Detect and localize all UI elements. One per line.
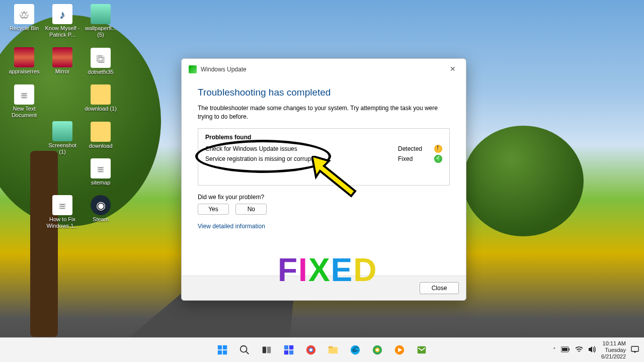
icon-label: appraiserres	[6, 68, 42, 75]
search-icon[interactable]	[235, 340, 254, 359]
problem-status: Fixed	[398, 155, 434, 162]
svg-rect-11	[284, 350, 288, 354]
desktop-icon[interactable]: download	[83, 122, 119, 149]
widgets-icon[interactable]	[279, 340, 298, 359]
dialog-heading: Troubleshooting has completed	[198, 87, 450, 98]
file-icon: ◉	[91, 195, 111, 215]
dialog-footer: Close	[182, 276, 466, 300]
fix-question: Did we fix your problem?	[198, 194, 450, 201]
svg-point-5	[240, 346, 247, 352]
desktop-icon[interactable]: ◉Steam	[83, 195, 119, 223]
svg-rect-7	[263, 347, 266, 353]
task-view-icon[interactable]	[257, 340, 276, 359]
close-icon[interactable]: ✕	[444, 63, 462, 75]
window-title: Windows Update	[201, 66, 247, 73]
start-button[interactable]	[213, 340, 232, 359]
svg-rect-16	[329, 347, 338, 354]
file-icon	[52, 47, 72, 67]
desktop-icon[interactable]: wallpaperfl... (5)	[83, 4, 119, 38]
chrome-canary-icon[interactable]	[368, 340, 387, 359]
svg-rect-1	[218, 345, 222, 349]
desktop-icon[interactable]: appraiserres	[6, 47, 42, 75]
svg-rect-27	[562, 348, 568, 351]
pinned-app-icon[interactable]	[412, 340, 431, 359]
desktop-icons: ♻Recycle Bin♪Know Myself - Patrick P...w…	[5, 4, 121, 238]
file-icon	[91, 84, 111, 105]
svg-point-21	[376, 348, 379, 351]
svg-marker-28	[589, 346, 592, 352]
dialog-body: Troubleshooting has completed The troubl…	[182, 77, 466, 276]
desktop-icon[interactable]: ≡New Text Document	[6, 84, 42, 119]
file-icon: ♻	[14, 4, 34, 24]
icon-label: wallpaperfl... (5)	[83, 25, 119, 38]
taskbar-clock[interactable]: 10:11 AM Tuesday 6/21/2022	[601, 340, 626, 360]
edge-icon[interactable]	[346, 340, 365, 359]
desktop-icon[interactable]: ⧉dotnetfx35	[83, 48, 119, 75]
icon-label: Steam	[83, 216, 119, 223]
file-icon: ≡	[52, 195, 72, 215]
file-icon	[91, 122, 111, 142]
desktop-icon[interactable]: ♪Know Myself - Patrick P...	[44, 4, 80, 38]
icon-label: Know Myself - Patrick P...	[44, 25, 80, 38]
svg-rect-26	[569, 348, 570, 350]
warning-icon	[434, 145, 442, 153]
file-icon: ♪	[52, 4, 72, 24]
svg-rect-12	[289, 350, 293, 354]
view-detailed-link[interactable]: View detailed information	[198, 223, 265, 230]
problems-box: Problems found Check for Windows Update …	[198, 128, 450, 186]
tray-time: 10:11 AM	[601, 340, 626, 347]
desktop[interactable]: ♻Recycle Bin♪Know Myself - Patrick P...w…	[0, 0, 644, 362]
problem-label: Check for Windows Update issues	[205, 145, 398, 152]
desktop-icon[interactable]: ≡How to Fix Windows 1...	[44, 195, 80, 229]
icon-label: dotnetfx35	[83, 69, 119, 75]
file-explorer-icon[interactable]	[324, 340, 343, 359]
close-button[interactable]: Close	[420, 282, 459, 294]
icon-label: Screenshot (1)	[44, 142, 80, 155]
tray-date: 6/21/2022	[601, 353, 626, 360]
problem-row[interactable]: Check for Windows Update issues Detected	[205, 145, 442, 153]
icon-label: download (1)	[83, 106, 119, 112]
svg-rect-3	[218, 350, 222, 354]
svg-rect-17	[329, 346, 333, 348]
desktop-icon[interactable]: Screenshot (1)	[44, 121, 80, 155]
file-icon	[52, 121, 72, 141]
no-button[interactable]: No	[235, 204, 267, 215]
desktop-icon[interactable]: Mirror	[44, 47, 80, 75]
svg-rect-9	[284, 345, 288, 349]
titlebar[interactable]: Windows Update ✕	[182, 59, 466, 77]
icon-label: New Text Document	[6, 106, 42, 119]
file-icon: ≡	[91, 158, 111, 178]
windows-update-icon	[189, 65, 197, 73]
problem-row[interactable]: Service registration is missing or corru…	[205, 155, 442, 163]
icon-label: download	[83, 143, 119, 149]
problem-status: Detected	[398, 145, 434, 152]
desktop-icon[interactable]: ≡sitemap	[83, 158, 119, 186]
problems-header: Problems found	[205, 134, 442, 141]
wifi-icon[interactable]	[575, 346, 583, 354]
tray-chevron-icon[interactable]: ˄	[553, 347, 556, 353]
notifications-icon[interactable]	[631, 346, 639, 354]
chrome-icon[interactable]	[301, 340, 320, 359]
checkmark-icon	[434, 155, 442, 163]
yes-button[interactable]: Yes	[198, 204, 229, 215]
svg-rect-4	[223, 350, 227, 354]
file-icon	[14, 47, 34, 67]
volume-icon[interactable]	[588, 346, 596, 354]
system-tray: ˄ 10:11 AM Tuesday 6/21/2022	[553, 340, 644, 360]
icon-label: sitemap	[83, 179, 119, 186]
taskbar: ˄ 10:11 AM Tuesday 6/21/2022	[0, 337, 644, 362]
media-player-icon[interactable]	[390, 340, 409, 359]
icon-label: Mirror	[44, 68, 80, 75]
file-icon	[91, 4, 111, 24]
svg-point-15	[309, 348, 312, 351]
desktop-icon[interactable]: ♻Recycle Bin	[6, 4, 42, 32]
dialog-description: The troubleshooter made some changes to …	[198, 104, 450, 121]
battery-icon[interactable]	[561, 346, 570, 353]
svg-line-6	[246, 351, 249, 354]
icon-label: How to Fix Windows 1...	[44, 216, 80, 229]
svg-rect-8	[267, 347, 271, 353]
svg-rect-29	[631, 346, 638, 351]
file-icon: ≡	[14, 84, 34, 105]
desktop-icon[interactable]: download (1)	[83, 84, 119, 112]
taskbar-center	[213, 340, 431, 359]
